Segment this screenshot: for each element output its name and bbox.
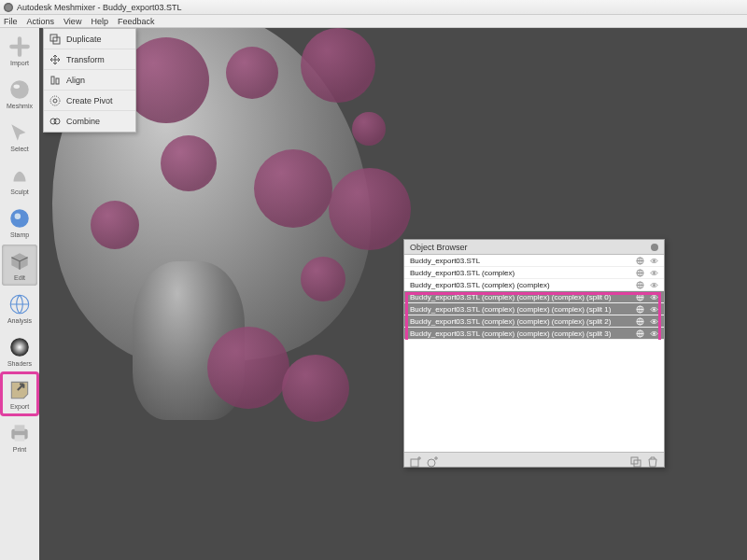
svg-point-34 [428,459,435,467]
tool-export[interactable]: Export [2,373,37,414]
svg-point-24 [653,296,655,299]
tool-label: Edit [14,274,25,281]
globe-icon[interactable] [636,317,644,326]
globe-icon[interactable] [636,281,644,289]
eye-icon[interactable] [650,329,658,338]
tool-label: Stamp [10,231,29,238]
add-secondary-icon[interactable] [427,455,438,466]
object-row[interactable]: Buddy_export03.STL (complex) [404,267,664,279]
tool-stamp[interactable]: Stamp [2,202,37,243]
titlebar-text: Autodesk Meshmixer - Buddy_export03.STL [17,3,182,12]
object-browser-title: Object Browser [410,243,468,252]
texture-dot [301,28,375,103]
globe-icon[interactable] [636,269,644,277]
transform-icon [49,54,61,65]
object-row[interactable]: Buddy_export03.STL (complex) (complex) (… [404,328,664,340]
menu-actions[interactable]: Actions [27,17,55,26]
svg-point-5 [10,338,29,357]
eye-icon[interactable] [650,269,658,277]
eye-icon[interactable] [650,293,658,301]
tool-select[interactable]: Select [2,116,37,157]
edit-create-pivot[interactable]: Create Pivot [44,91,135,111]
edit-combine[interactable]: Combine [44,111,135,132]
svg-point-22 [653,284,655,287]
eye-icon[interactable] [650,257,658,265]
tool-label: Select [10,146,28,152]
add-object-icon[interactable] [410,455,421,466]
svg-rect-11 [51,77,54,84]
svg-point-26 [653,308,655,311]
object-label: Buddy_export03.STL (complex) [410,269,636,277]
svg-point-28 [653,320,655,323]
edit-duplicate[interactable]: Duplicate [44,29,135,49]
globe-icon[interactable] [636,329,644,338]
tool-label: Shaders [7,360,32,367]
object-label: Buddy_export03.STL (complex) (complex) (… [410,293,636,301]
shader-icon [7,335,32,359]
tool-shaders[interactable]: Shaders [2,330,37,371]
tool-label: Export [10,403,29,410]
print-icon [7,421,32,445]
left-toolbar: ImportMeshmixSelectSculptStampEditAnalys… [0,28,39,560]
tool-import[interactable]: Import [2,30,37,71]
object-label: Buddy_export03.STL (complex) (complex) [410,281,636,289]
menu-view[interactable]: View [63,17,81,26]
object-label: Buddy_export03.STL (complex) (complex) (… [410,329,636,338]
svg-rect-12 [56,78,59,84]
object-row[interactable]: Buddy_export03.STL (complex) (complex) (… [404,291,664,303]
tool-edit[interactable]: Edit [2,245,37,286]
edit-transform[interactable]: Transform [44,49,135,70]
titlebar: Autodesk Meshmixer - Buddy_export03.STL [0,0,747,15]
tool-print[interactable]: Print [2,416,37,457]
tool-label: Import [10,60,29,66]
eye-icon[interactable] [650,281,658,289]
tool-analysis[interactable]: Analysis [2,287,37,329]
edit-item-label: Combine [66,117,100,126]
object-browser-header[interactable]: Object Browser [404,240,664,255]
edit-align[interactable]: Align [44,70,135,91]
texture-dot [352,112,386,146]
svg-rect-8 [15,435,25,441]
texture-dot [301,257,345,301]
close-icon[interactable] [651,244,658,251]
duplicate-icon[interactable] [630,455,641,466]
globe-icon[interactable] [636,305,644,314]
texture-dot [282,355,349,422]
menu-feedback[interactable]: Feedback [118,17,155,26]
svg-rect-7 [15,425,25,431]
duplicate-icon [49,34,61,45]
svg-point-13 [53,99,57,103]
tool-label: Sculpt [10,189,28,195]
edit-item-label: Align [66,76,85,85]
object-label: Buddy_export03.STL (complex) (complex) (… [410,305,636,314]
tool-sculpt[interactable]: Sculpt [2,159,37,200]
eye-icon[interactable] [650,317,658,326]
menu-file[interactable]: File [4,17,18,26]
export-icon [7,378,32,402]
menu-help[interactable]: Help [91,17,108,26]
svg-rect-31 [411,459,418,467]
edit-item-label: Duplicate [66,35,102,44]
svg-point-14 [50,96,60,105]
object-row[interactable]: Buddy_export03.STL (complex) (complex) (… [404,315,664,328]
arrow-icon [7,120,32,145]
object-browser-footer [404,452,664,467]
object-browser-empty [404,340,664,452]
edit-item-label: Create Pivot [66,96,113,105]
analysis-icon [7,292,32,316]
svg-point-16 [54,119,60,124]
globe-icon[interactable] [636,257,644,265]
menubar: File Actions View Help Feedback [0,15,747,28]
svg-point-0 [10,80,29,99]
texture-dot [207,327,289,409]
texture-dot [226,47,278,99]
eye-icon[interactable] [650,305,658,314]
align-icon [49,75,61,86]
object-row[interactable]: Buddy_export03.STL (complex) (complex) (… [404,303,664,315]
texture-dot [329,168,411,250]
globe-icon[interactable] [636,293,644,301]
object-row[interactable]: Buddy_export03.STL (complex) (complex) [404,279,664,291]
tool-meshmix[interactable]: Meshmix [2,73,37,114]
object-row[interactable]: Buddy_export03.STL [404,255,664,267]
trash-icon[interactable] [647,455,658,466]
